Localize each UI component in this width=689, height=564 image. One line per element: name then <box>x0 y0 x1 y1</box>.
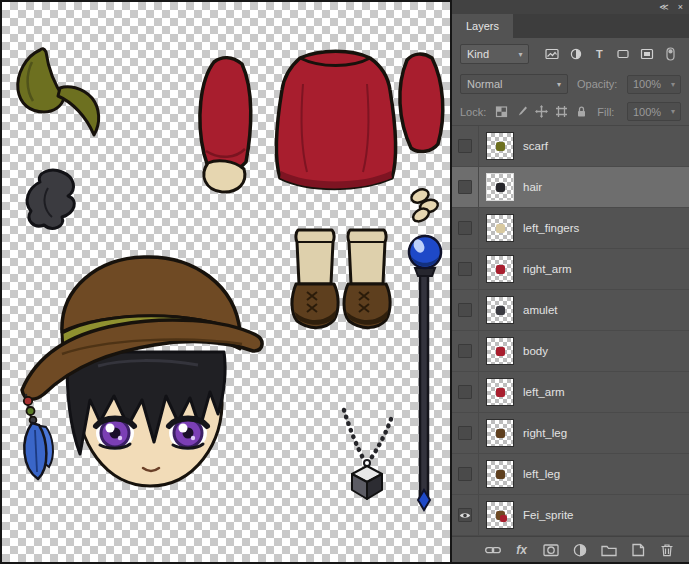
shape-layers-filter-icon[interactable] <box>613 44 634 64</box>
panel-bottom-bar: fx <box>452 536 689 562</box>
left-arm-sprite <box>200 58 251 192</box>
tab-layers[interactable]: Layers <box>452 14 513 38</box>
chevron-down-icon: ▾ <box>671 107 675 116</box>
layer-thumbnail[interactable] <box>486 173 514 201</box>
fill-value[interactable]: 100% ▾ <box>627 102 681 121</box>
thumbnail-content <box>496 347 505 356</box>
visibility-toggle[interactable] <box>458 426 472 440</box>
blend-mode-value: Normal <box>467 78 502 90</box>
visibility-toggle[interactable] <box>458 385 472 399</box>
visibility-column <box>452 331 479 371</box>
panel-topbar: ≪ × <box>452 0 689 14</box>
layer-name: left_leg <box>523 468 560 480</box>
layer-thumbnail[interactable] <box>486 337 514 365</box>
visibility-toggle[interactable] <box>458 303 472 317</box>
body-sprite <box>276 51 395 188</box>
lock-position-icon[interactable] <box>533 103 549 121</box>
visibility-toggle[interactable] <box>458 221 472 235</box>
chevron-down-icon: ▾ <box>671 80 675 89</box>
amulet-sprite <box>344 410 391 499</box>
layer-thumbnail[interactable] <box>486 255 514 283</box>
pixel-layers-filter-icon[interactable] <box>541 44 562 64</box>
visibility-toggle[interactable] <box>458 344 472 358</box>
eye-icon <box>459 511 471 520</box>
left-leg-sprite <box>344 230 390 328</box>
visibility-column <box>452 290 479 330</box>
visibility-toggle[interactable] <box>458 262 472 276</box>
layer-row[interactable]: scarf <box>452 126 689 167</box>
lock-transparency-icon[interactable] <box>493 103 509 121</box>
smart-object-filter-icon[interactable] <box>636 44 657 64</box>
lock-label: Lock: <box>460 106 486 118</box>
visibility-toggle[interactable] <box>458 467 472 481</box>
visibility-toggle[interactable] <box>458 180 472 194</box>
thumbnail-content <box>496 142 505 151</box>
close-panel-icon[interactable]: × <box>678 3 683 12</box>
new-adjustment-layer-icon[interactable] <box>571 542 588 558</box>
layer-name: hair <box>523 181 542 193</box>
layer-row[interactable]: Fei_sprite <box>452 495 689 536</box>
layer-name: Fei_sprite <box>523 509 574 521</box>
opacity-percent: 100% <box>633 78 661 90</box>
new-layer-icon[interactable] <box>629 542 646 558</box>
lock-artboard-icon[interactable] <box>553 103 569 121</box>
lock-icons <box>493 103 589 121</box>
staff-sprite <box>409 236 441 510</box>
layer-name: amulet <box>523 304 558 316</box>
layer-thumbnail[interactable] <box>486 296 514 324</box>
layer-thumbnail[interactable] <box>486 460 514 488</box>
visibility-column <box>452 126 479 166</box>
lock-image-pixels-icon[interactable] <box>513 103 529 121</box>
layer-filter-toggle-icon[interactable] <box>660 44 681 64</box>
layer-filter-row: Kind ▾ T <box>452 38 689 70</box>
visibility-column <box>452 454 479 494</box>
layer-row[interactable]: right_leg <box>452 413 689 454</box>
thumbnail-content <box>496 183 505 192</box>
layer-thumbnail[interactable] <box>486 501 514 529</box>
layers-list: scarf hair <box>452 126 689 536</box>
new-group-icon[interactable] <box>600 542 617 558</box>
layer-thumbnail[interactable] <box>486 378 514 406</box>
type-layers-filter-icon[interactable]: T <box>589 44 610 64</box>
collapse-panels-icon[interactable]: ≪ <box>659 3 668 12</box>
fill-label: Fill: <box>597 106 614 118</box>
scarf-sprite <box>18 49 99 135</box>
opacity-label: Opacity: <box>577 78 617 90</box>
sprite-artwork <box>2 2 450 562</box>
chevron-down-icon: ▾ <box>518 50 522 59</box>
visibility-toggle[interactable] <box>458 508 472 522</box>
thumbnail-content <box>496 388 505 397</box>
link-layers-icon[interactable] <box>484 542 501 558</box>
layer-thumbnail[interactable] <box>486 419 514 447</box>
fingers-sprite <box>409 187 439 224</box>
layer-row[interactable]: hair <box>452 167 689 208</box>
layer-row[interactable]: right_arm <box>452 249 689 290</box>
delete-layer-icon[interactable] <box>658 542 675 558</box>
blend-row: Normal ▾ Opacity: 100% ▾ <box>452 70 689 98</box>
blend-mode-dropdown[interactable]: Normal ▾ <box>460 74 568 94</box>
opacity-value[interactable]: 100% ▾ <box>627 75 681 94</box>
layer-row[interactable]: left_arm <box>452 372 689 413</box>
layer-row[interactable]: left_leg <box>452 454 689 495</box>
layer-name: right_arm <box>523 263 572 275</box>
lock-all-icon[interactable] <box>573 103 589 121</box>
layer-name: left_fingers <box>523 222 579 234</box>
kind-filter-dropdown[interactable]: Kind ▾ <box>460 44 529 64</box>
visibility-column <box>452 495 479 535</box>
layer-thumbnail[interactable] <box>486 132 514 160</box>
layer-name: body <box>523 345 548 357</box>
adjustment-layers-filter-icon[interactable] <box>565 44 586 64</box>
layer-name: left_arm <box>523 386 565 398</box>
layer-thumbnail[interactable] <box>486 214 514 242</box>
visibility-toggle[interactable] <box>458 139 472 153</box>
thumbnail-content <box>496 224 505 233</box>
right-arm-sprite <box>400 54 443 151</box>
layer-row[interactable]: left_fingers <box>452 208 689 249</box>
thumbnail-content <box>496 265 505 274</box>
document-canvas[interactable] <box>2 2 450 562</box>
layer-style-icon[interactable]: fx <box>513 542 530 558</box>
hair-tuft-sprite <box>27 170 74 228</box>
layer-row[interactable]: amulet <box>452 290 689 331</box>
layer-row[interactable]: body <box>452 331 689 372</box>
add-layer-mask-icon[interactable] <box>542 542 559 558</box>
